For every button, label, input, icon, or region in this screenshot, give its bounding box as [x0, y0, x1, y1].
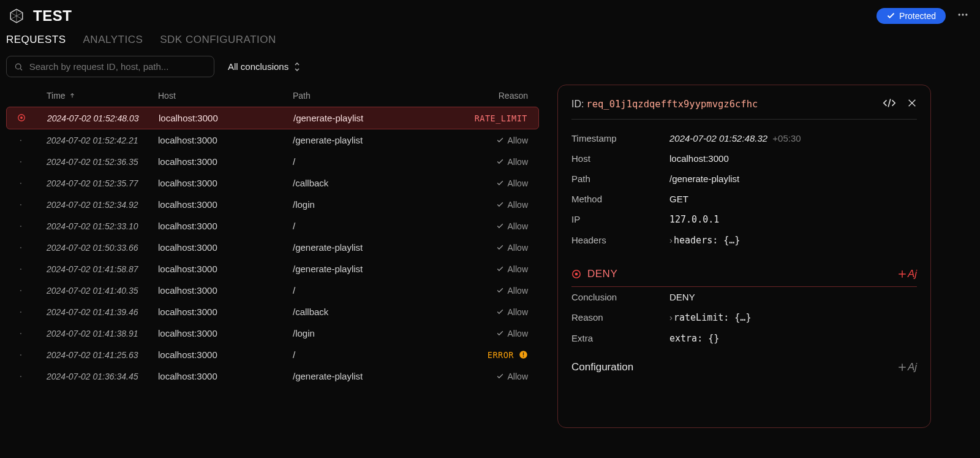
kv-extra: Extra extra: {}	[571, 328, 917, 349]
search-icon	[14, 62, 23, 72]
tab-analytics[interactable]: ANALYTICS	[83, 34, 143, 46]
table-row[interactable]: •2024-07-02 01:41:38.91localhost:3000/lo…	[6, 323, 539, 344]
row-path: /	[293, 156, 452, 167]
row-host: localhost:3000	[158, 349, 293, 360]
aj-badge-dim[interactable]: Aj	[898, 361, 917, 373]
row-reason: Allow	[452, 264, 539, 274]
row-path: /login	[293, 328, 452, 338]
check-icon	[496, 158, 504, 166]
close-icon	[907, 98, 917, 108]
detail-id-value: req_01j1qzdqefftx9yypmvgz6cfhc	[586, 99, 758, 110]
requests-table: Time Host Path Reason 2024-07-02 01:52:4…	[6, 85, 539, 445]
deny-indicator-icon	[571, 269, 581, 279]
check-icon	[496, 329, 504, 337]
close-detail-button[interactable]	[907, 98, 917, 110]
tab-sdk-configuration[interactable]: SDK CONFIGURATION	[160, 34, 276, 46]
row-host: localhost:3000	[158, 307, 293, 317]
check-icon	[886, 11, 895, 20]
row-path: /	[293, 285, 452, 296]
row-time: 2024-07-02 01:41:38.91	[36, 329, 158, 338]
row-status-icon: •	[6, 245, 36, 250]
row-reason: Allow	[452, 200, 539, 210]
check-icon	[496, 136, 504, 144]
sort-toggle-icon	[293, 62, 301, 72]
code-view-button[interactable]	[883, 97, 896, 110]
row-time: 2024-07-02 01:52:33.10	[36, 221, 158, 231]
table-row[interactable]: •2024-07-02 01:41:40.35localhost:3000/Al…	[6, 280, 539, 301]
row-host: localhost:3000	[158, 242, 293, 253]
row-reason: Allow	[452, 178, 539, 188]
table-row[interactable]: •2024-07-02 01:41:39.46localhost:3000/ca…	[6, 301, 539, 323]
kv-reason[interactable]: Reason ›rateLimit: {…}	[571, 307, 917, 328]
table-row[interactable]: •2024-07-02 01:52:33.10localhost:3000/Al…	[6, 215, 539, 237]
row-status-icon: •	[6, 288, 36, 293]
row-host: localhost:3000	[158, 285, 293, 296]
table-row[interactable]: •2024-07-02 01:36:34.45localhost:3000/ge…	[6, 365, 539, 387]
svg-point-0	[959, 13, 960, 15]
row-status-icon: •	[6, 137, 36, 143]
svg-rect-9	[523, 353, 524, 356]
tab-requests[interactable]: REQUESTS	[6, 34, 66, 46]
svg-point-1	[962, 13, 963, 15]
filterbar: All conclusions	[0, 55, 980, 85]
table-row[interactable]: •2024-07-02 01:52:34.92localhost:3000/lo…	[6, 194, 539, 215]
row-host: localhost:3000	[158, 178, 293, 188]
aj-badge[interactable]: Aj	[898, 268, 917, 280]
col-time[interactable]: Time	[36, 91, 158, 101]
row-host: localhost:3000	[158, 371, 293, 381]
check-icon	[496, 372, 504, 380]
row-reason: ERROR	[452, 350, 539, 360]
col-host[interactable]: Host	[158, 91, 293, 101]
table-row[interactable]: •2024-07-02 01:52:35.77localhost:3000/ca…	[6, 172, 539, 194]
table-row[interactable]: •2024-07-02 01:41:58.87localhost:3000/ge…	[6, 258, 539, 280]
conclusions-filter[interactable]: All conclusions	[228, 61, 301, 72]
svg-point-3	[15, 64, 21, 69]
table-row[interactable]: •2024-07-02 01:52:36.35localhost:3000/Al…	[6, 151, 539, 172]
section-configuration[interactable]: Configuration Aj	[571, 349, 917, 377]
row-status-icon: •	[6, 159, 36, 164]
table-row[interactable]: •2024-07-02 01:52:42.21localhost:3000/ge…	[6, 129, 539, 151]
row-status-icon: •	[6, 202, 36, 207]
row-reason: Allow	[452, 135, 539, 145]
row-status-icon: •	[6, 223, 36, 229]
kv-method: Method GET	[571, 189, 917, 209]
svg-point-15	[575, 273, 578, 276]
row-time: 2024-07-02 01:50:33.66	[36, 243, 158, 253]
row-path: /	[293, 221, 452, 231]
kv-headers[interactable]: Headers ›headers: {…}	[571, 230, 917, 251]
topbar-left: TEST	[9, 7, 72, 25]
row-path: /callback	[293, 307, 452, 317]
table-header: Time Host Path Reason	[6, 85, 539, 107]
search-input[interactable]	[29, 61, 206, 72]
table-row[interactable]: 2024-07-02 01:52:48.03localhost:3000/gen…	[6, 107, 539, 129]
dots-horizontal-icon	[957, 9, 969, 21]
col-reason[interactable]: Reason	[452, 91, 539, 101]
detail-scroll[interactable]: ID: req_01j1qzdqefftx9yypmvgz6cfhc Times…	[558, 85, 930, 427]
detail-id-actions	[883, 97, 917, 110]
col-path[interactable]: Path	[293, 91, 452, 101]
check-icon	[496, 286, 504, 294]
kv-path: Path /generate-playlist	[571, 169, 917, 189]
kv-host: Host localhost:3000	[571, 148, 917, 169]
detail-id: ID: req_01j1qzdqefftx9yypmvgz6cfhc	[571, 99, 758, 110]
row-time: 2024-07-02 01:52:42.21	[36, 135, 158, 145]
check-icon	[496, 179, 504, 187]
row-host: localhost:3000	[158, 264, 293, 274]
table-row[interactable]: •2024-07-02 01:41:25.63localhost:3000/ER…	[6, 344, 539, 365]
more-button[interactable]	[954, 6, 971, 25]
row-time: 2024-07-02 01:52:48.03	[36, 113, 159, 123]
svg-rect-10	[523, 356, 524, 357]
code-icon	[883, 97, 896, 109]
app-logo-icon	[9, 8, 24, 24]
row-status-icon: •	[6, 309, 36, 315]
row-reason: RATE_LIMIT	[453, 113, 538, 123]
search-wrap[interactable]	[6, 56, 214, 77]
row-path: /login	[293, 199, 452, 210]
table-row[interactable]: •2024-07-02 01:50:33.66localhost:3000/ge…	[6, 237, 539, 258]
row-path: /generate-playlist	[293, 242, 452, 253]
row-status-icon	[7, 113, 36, 123]
row-host: localhost:3000	[158, 221, 293, 231]
row-path: /generate-playlist	[293, 264, 452, 274]
arrow-up-icon	[69, 93, 75, 99]
protected-badge[interactable]: Protected	[876, 8, 946, 24]
